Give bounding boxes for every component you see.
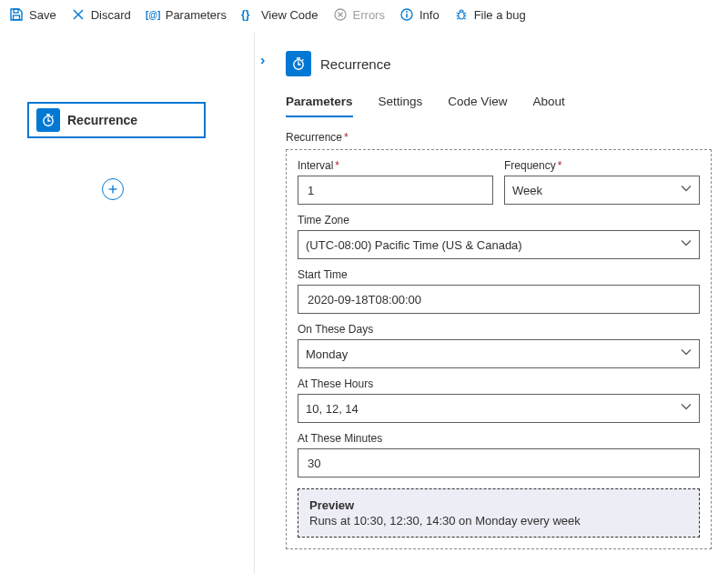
- errors-button[interactable]: Errors: [333, 7, 385, 22]
- file-bug-button[interactable]: File a bug: [454, 7, 526, 22]
- svg-rect-7: [14, 15, 20, 20]
- info-label: Info: [420, 8, 440, 22]
- code-icon: {}: [241, 7, 256, 22]
- interval-label: Interval*: [298, 159, 493, 172]
- chevron-down-icon: [681, 184, 692, 197]
- save-label: Save: [29, 8, 56, 22]
- at-these-hours-label: At These Hours: [298, 377, 700, 390]
- svg-rect-6: [14, 9, 18, 13]
- svg-point-18: [458, 12, 463, 19]
- svg-line-24: [464, 18, 466, 19]
- start-time-input[interactable]: [298, 285, 700, 314]
- chevron-down-icon: [681, 402, 692, 416]
- collapse-panel-button[interactable]: ››: [260, 53, 261, 67]
- file-bug-label: File a bug: [474, 8, 526, 22]
- tab-about[interactable]: About: [532, 89, 564, 117]
- preview-title: Preview: [309, 498, 688, 512]
- on-these-days-label: On These Days: [298, 323, 700, 336]
- view-code-button[interactable]: {} View Code: [241, 7, 318, 22]
- save-icon: [9, 7, 24, 22]
- frequency-select[interactable]: Week: [504, 176, 700, 205]
- interval-input[interactable]: [298, 176, 493, 205]
- parameters-label: Parameters: [166, 8, 227, 22]
- parameters-button[interactable]: [@] Parameters: [146, 7, 227, 22]
- svg-point-16: [406, 11, 408, 13]
- recurrence-node-title: Recurrence: [67, 113, 137, 127]
- recurrence-node-icon: [36, 108, 60, 132]
- tab-code-view[interactable]: Code View: [448, 89, 507, 117]
- svg-line-20: [464, 13, 466, 14]
- recurrence-section: Interval* Frequency* Week: [286, 149, 712, 549]
- at-these-hours-select[interactable]: 10, 12, 14: [298, 394, 700, 423]
- at-these-minutes-input[interactable]: [298, 448, 700, 478]
- discard-icon: [71, 7, 86, 22]
- save-button[interactable]: Save: [9, 7, 56, 22]
- recurrence-section-label: Recurrence*: [286, 131, 712, 144]
- svg-text:[@]: [@]: [146, 10, 160, 20]
- tab-settings[interactable]: Settings: [379, 89, 423, 117]
- main-area: Recurrence ›› Recurrence Parameters Sett…: [0, 33, 728, 573]
- panel-tabs: Parameters Settings Code View About: [286, 89, 712, 118]
- details-panel: ›› Recurrence Parameters Settings Code V…: [255, 33, 728, 573]
- svg-line-23: [457, 18, 459, 19]
- discard-button[interactable]: Discard: [71, 7, 131, 22]
- parameters-icon: [@]: [146, 7, 160, 22]
- info-icon: [399, 7, 414, 22]
- svg-text:{}: {}: [241, 8, 250, 21]
- info-button[interactable]: Info: [399, 7, 440, 22]
- preview-box: Preview Runs at 10:30, 12:30, 14:30 on M…: [298, 488, 700, 538]
- on-these-days-select[interactable]: Monday: [298, 339, 700, 368]
- chevron-down-icon: [681, 347, 692, 361]
- at-these-minutes-label: At These Minutes: [298, 432, 700, 445]
- designer-canvas: Recurrence: [0, 33, 255, 573]
- errors-icon: [333, 7, 348, 22]
- bug-icon: [454, 7, 469, 22]
- timezone-label: Time Zone: [298, 214, 700, 226]
- errors-label: Errors: [353, 8, 385, 22]
- preview-text: Runs at 10:30, 12:30, 14:30 on Monday ev…: [309, 514, 688, 528]
- panel-title: Recurrence: [320, 56, 391, 72]
- svg-line-19: [456, 13, 458, 14]
- start-time-label: Start Time: [298, 268, 700, 281]
- frequency-label: Frequency*: [504, 159, 700, 172]
- view-code-label: View Code: [261, 8, 318, 22]
- add-step-button[interactable]: [102, 178, 124, 200]
- chevron-down-icon: [681, 238, 692, 252]
- toolbar: Save Discard [@] Parameters {} View Code…: [0, 0, 728, 27]
- discard-label: Discard: [91, 8, 131, 22]
- panel-icon: [286, 51, 311, 76]
- tab-parameters[interactable]: Parameters: [286, 89, 353, 117]
- panel-header: ›› Recurrence: [286, 33, 712, 89]
- timezone-select[interactable]: (UTC-08:00) Pacific Time (US & Canada): [298, 230, 700, 259]
- recurrence-node[interactable]: Recurrence: [27, 102, 206, 138]
